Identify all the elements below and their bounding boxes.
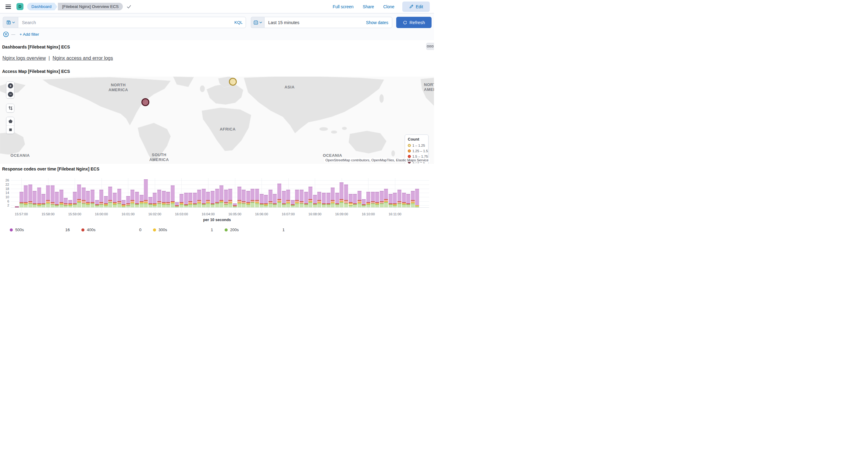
bar-segment-200s	[193, 204, 197, 207]
search-input[interactable]	[22, 20, 232, 25]
link-nginx-access-error-logs[interactable]: Nginx access and error logs	[53, 56, 113, 61]
bar-segment-500s	[153, 193, 157, 203]
plus-icon: +	[8, 83, 13, 88]
bar-segment-200s	[68, 205, 72, 207]
bar-segment-400s	[144, 200, 148, 202]
bar-segment-500s	[104, 196, 108, 203]
response-codes-panel: Response codes over time [Filebeat Nginx…	[0, 165, 434, 233]
clone-link[interactable]: Clone	[383, 4, 394, 9]
continent-label: SOUTH AMERICA	[144, 152, 174, 162]
bar	[406, 194, 410, 207]
bar-segment-500s	[211, 191, 215, 203]
bar-segment-400s	[224, 202, 228, 204]
bar-segment-200s	[335, 204, 339, 207]
bar-segment-500s	[406, 194, 410, 203]
bar-segment-400s	[82, 200, 86, 203]
breadcrumb-arrow-icon	[55, 3, 57, 10]
bar-segment-500s	[82, 187, 86, 200]
time-range-value[interactable]: Last 15 minutes	[268, 20, 366, 25]
bar-segment-500s	[358, 191, 362, 200]
bar-segment-400s	[117, 201, 121, 203]
bar-segment-400s	[380, 201, 384, 203]
bar-segment-400s	[157, 201, 161, 203]
share-link[interactable]: Share	[363, 4, 374, 9]
bar	[331, 187, 335, 207]
bar-segment-500s	[188, 193, 192, 201]
bar-segment-400s	[166, 202, 170, 204]
chart-legend-item[interactable]: 300s1	[153, 228, 225, 232]
bar	[166, 192, 170, 207]
polygon-tool-button[interactable]	[6, 117, 14, 125]
bar-segment-200s	[180, 204, 184, 207]
edit-button[interactable]: Edit	[402, 2, 430, 12]
bar-segment-400s	[77, 199, 81, 201]
bar-segment-500s	[402, 193, 406, 202]
bar-segment-400s	[130, 200, 134, 202]
legend-label: 400s	[87, 228, 95, 232]
date-picker-button[interactable]	[251, 17, 264, 28]
bar	[77, 184, 81, 207]
bar	[358, 191, 362, 208]
bar-segment-200s	[126, 205, 130, 207]
bar-segment-500s	[184, 193, 188, 204]
chart-legend-item[interactable]: 200s1	[225, 228, 296, 232]
bar-segment-400s	[108, 200, 112, 202]
bar-segment-partial	[15, 206, 19, 207]
menu-button[interactable]	[5, 5, 11, 9]
world-map[interactable]: NORTH AMERICAASIAAFRICASOUTH AMERICAOCEA…	[0, 77, 434, 164]
rectangle-tool-button[interactable]	[6, 125, 14, 134]
bar-segment-400s	[300, 201, 304, 203]
show-dates-button[interactable]: Show dates	[366, 20, 388, 25]
avatar[interactable]: D	[17, 3, 24, 10]
filter-icon[interactable]	[3, 31, 9, 37]
bar-segment-500s	[340, 182, 343, 199]
bar	[304, 192, 308, 207]
kql-button[interactable]: KQL	[232, 20, 243, 25]
bar-segment-400s	[250, 200, 254, 202]
bar-segment-500s	[233, 203, 237, 206]
bar	[157, 190, 161, 207]
bar-segment-500s	[20, 192, 24, 202]
world-map-svg	[0, 77, 434, 164]
x-tick-label: 16:04:00	[198, 212, 218, 216]
bar-segment-500s	[282, 191, 286, 203]
breadcrumb-dashboard[interactable]: Dashboard	[27, 3, 55, 10]
full-screen-link[interactable]: Full screen	[333, 4, 353, 9]
refresh-button[interactable]: Refresh	[396, 17, 432, 28]
saved-query-button[interactable]	[3, 17, 18, 28]
x-tick-label: 15:58:00	[38, 212, 58, 216]
bar-segment-200s	[215, 203, 219, 208]
bar	[82, 187, 86, 207]
bar	[91, 190, 94, 207]
bar-segment-500s	[349, 194, 352, 202]
bar-segment-200s	[140, 203, 144, 208]
bar-segment-500s	[397, 190, 401, 201]
continent-label: ASIA	[274, 85, 305, 90]
chart-legend-item[interactable]: 500s16	[10, 228, 82, 232]
bar-segment-500s	[99, 190, 103, 202]
chart-legend-item[interactable]: 400s0	[82, 228, 153, 232]
bar	[260, 194, 264, 207]
y-tick-label: 22	[0, 183, 9, 186]
panel-options-button[interactable]	[426, 43, 434, 50]
crop-tool-button[interactable]	[6, 104, 14, 112]
bar	[15, 206, 19, 207]
bar	[353, 194, 357, 207]
link-nginx-logs-overview[interactable]: Nginx logs overview	[2, 56, 46, 61]
bar	[86, 191, 90, 208]
bar	[300, 190, 304, 207]
bar-segment-500s	[353, 194, 357, 203]
bar	[33, 191, 37, 208]
add-filter-button[interactable]: + Add filter	[20, 32, 39, 37]
zoom-out-button[interactable]: −	[6, 90, 14, 98]
bar	[313, 195, 317, 207]
kibana-dashboard: D Dashboard [Filebeat Nginx] Overview EC…	[0, 0, 434, 233]
bar	[380, 191, 384, 208]
bar	[335, 193, 339, 207]
bar-segment-500s	[197, 190, 201, 200]
bar-segment-500s	[238, 187, 241, 200]
bar-segment-500s	[277, 183, 281, 199]
zoom-in-button[interactable]: +	[6, 82, 14, 90]
bar-segment-200s	[206, 203, 210, 208]
bar-segment-200s	[135, 204, 139, 207]
